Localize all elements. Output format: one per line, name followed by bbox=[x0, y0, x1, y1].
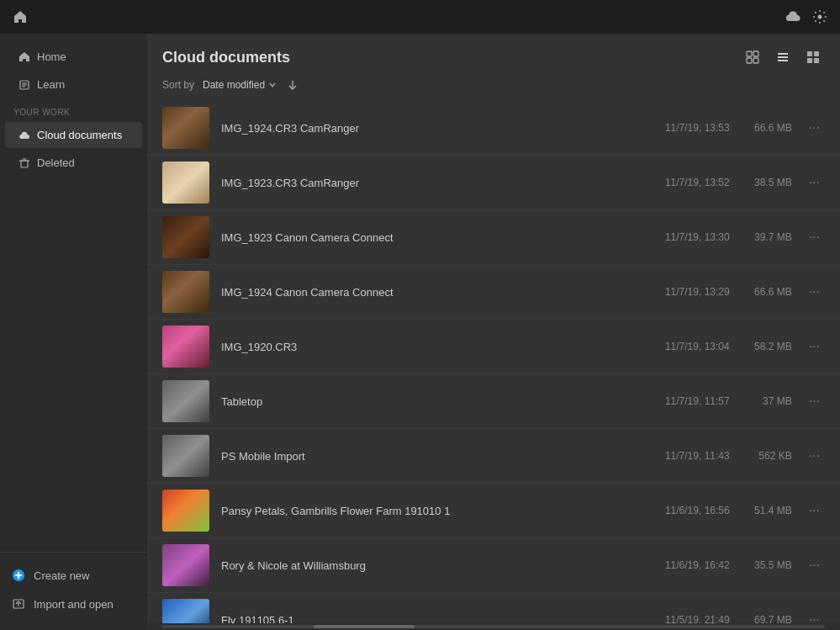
svg-rect-33 bbox=[162, 544, 209, 586]
settings-icon[interactable] bbox=[811, 8, 828, 25]
svg-rect-26 bbox=[162, 161, 209, 204]
svg-rect-34 bbox=[162, 599, 209, 623]
file-date: 11/7/19, 13:53 bbox=[654, 122, 730, 134]
thumbnail-image bbox=[162, 107, 209, 149]
svg-rect-13 bbox=[747, 51, 752, 56]
file-more-button[interactable]: ··· bbox=[804, 226, 825, 248]
file-date: 11/6/19, 16:56 bbox=[654, 505, 730, 516]
sort-direction-icon bbox=[287, 79, 298, 91]
deleted-icon bbox=[18, 157, 30, 169]
topbar-right bbox=[785, 8, 828, 25]
file-thumbnail bbox=[162, 161, 209, 204]
file-name: IMG_1920.CR3 bbox=[221, 341, 642, 353]
table-row[interactable]: IMG_1923 Canon Camera Connect 11/7/19, 1… bbox=[147, 210, 840, 265]
file-size: 69.7 MB bbox=[742, 614, 792, 623]
thumbnail-image bbox=[162, 326, 209, 368]
scrollbar-thumb[interactable] bbox=[314, 625, 415, 628]
svg-rect-29 bbox=[162, 326, 209, 368]
sidebar-item-home[interactable]: Home bbox=[5, 44, 142, 70]
sidebar-item-cloud-docs[interactable]: Cloud documents bbox=[5, 122, 142, 148]
thumbnail-image bbox=[162, 490, 209, 532]
file-date: 11/7/19, 13:29 bbox=[654, 286, 730, 298]
table-row[interactable]: Fly 191105 6-1 11/5/19, 21:49 69.7 MB ··… bbox=[147, 593, 840, 623]
content-area: Cloud documents bbox=[147, 34, 840, 630]
create-new-label: Create new bbox=[34, 569, 89, 582]
file-more-button[interactable]: ··· bbox=[804, 445, 825, 467]
file-size: 58.2 MB bbox=[742, 341, 792, 352]
file-size: 562 KB bbox=[742, 450, 792, 462]
topbar bbox=[0, 0, 840, 34]
svg-rect-32 bbox=[162, 490, 209, 532]
table-row[interactable]: IMG_1924 Canon Camera Connect 11/7/19, 1… bbox=[147, 265, 840, 320]
file-name: IMG_1923.CR3 CamRanger bbox=[221, 177, 642, 189]
sidebar-bottom: Create new Import and open bbox=[0, 552, 147, 630]
file-name: PS Mobile Import bbox=[221, 450, 642, 463]
content-header: Cloud documents bbox=[147, 34, 840, 77]
svg-rect-21 bbox=[814, 51, 819, 56]
sidebar-cloud-docs-label: Cloud documents bbox=[37, 129, 122, 141]
file-size: 35.5 MB bbox=[742, 559, 792, 571]
import-open-button[interactable]: Import and open bbox=[0, 590, 147, 618]
table-row[interactable]: IMG_1920.CR3 11/7/19, 13:04 58.2 MB ··· bbox=[147, 320, 840, 374]
thumbnail-image bbox=[162, 216, 209, 258]
learn-nav-icon bbox=[18, 79, 30, 91]
scrollbar-track[interactable] bbox=[162, 625, 825, 628]
file-thumbnail bbox=[162, 271, 209, 313]
sidebar-deleted-label: Deleted bbox=[37, 156, 75, 169]
home-icon[interactable] bbox=[12, 8, 29, 25]
create-new-icon bbox=[12, 569, 25, 582]
file-more-button[interactable]: ··· bbox=[804, 500, 825, 521]
file-thumbnail bbox=[162, 107, 209, 149]
file-name: IMG_1923 Canon Camera Connect bbox=[221, 231, 642, 244]
cloud-sync-icon[interactable] bbox=[785, 8, 801, 25]
list-view-icon bbox=[775, 50, 790, 65]
table-row[interactable]: Tabletop 11/7/19, 11:57 37 MB ··· bbox=[147, 374, 840, 429]
file-name: Rory & Nicole at Williamsburg bbox=[221, 559, 642, 572]
file-more-button[interactable]: ··· bbox=[804, 336, 825, 357]
select-all-button[interactable] bbox=[741, 45, 764, 69]
file-date: 11/7/19, 11:43 bbox=[654, 450, 730, 462]
table-row[interactable]: IMG_1923.CR3 CamRanger 11/7/19, 13:52 38… bbox=[147, 156, 840, 210]
thumbnail-image bbox=[162, 271, 209, 313]
file-more-button[interactable]: ··· bbox=[804, 390, 825, 412]
bottom-scrollbar[interactable] bbox=[147, 623, 840, 630]
file-list: IMG_1924.CR3 CamRanger 11/7/19, 13:53 66… bbox=[147, 101, 840, 623]
sort-direction-button[interactable] bbox=[285, 77, 300, 93]
sort-by-label: Sort by bbox=[162, 79, 194, 91]
select-all-icon bbox=[745, 50, 760, 65]
create-new-button[interactable]: Create new bbox=[0, 561, 147, 590]
file-more-button[interactable]: ··· bbox=[804, 172, 825, 193]
file-size: 39.7 MB bbox=[742, 231, 792, 243]
file-name: IMG_1924.CR3 CamRanger bbox=[221, 122, 642, 135]
import-open-label: Import and open bbox=[34, 598, 114, 611]
sidebar-item-learn[interactable]: Learn bbox=[5, 71, 142, 98]
file-name: IMG_1924 Canon Camera Connect bbox=[221, 286, 642, 299]
file-more-button[interactable]: ··· bbox=[804, 117, 825, 139]
file-thumbnail bbox=[162, 599, 209, 623]
table-row[interactable]: PS Mobile Import 11/7/19, 11:43 562 KB ·… bbox=[147, 429, 840, 484]
file-more-button[interactable]: ··· bbox=[804, 609, 825, 623]
table-row[interactable]: Pansy Petals, Gambrills Flower Farm 1910… bbox=[147, 484, 840, 538]
sidebar-home-label: Home bbox=[37, 50, 66, 63]
svg-rect-14 bbox=[753, 51, 758, 56]
file-more-button[interactable]: ··· bbox=[804, 554, 825, 576]
table-row[interactable]: Rory & Nicole at Williamsburg 11/6/19, 1… bbox=[147, 538, 840, 593]
table-row[interactable]: IMG_1924.CR3 CamRanger 11/7/19, 13:53 66… bbox=[147, 101, 840, 156]
home-nav-icon bbox=[18, 51, 30, 63]
file-more-button[interactable]: ··· bbox=[804, 281, 825, 303]
svg-point-0 bbox=[818, 15, 822, 19]
file-thumbnail bbox=[162, 216, 209, 258]
sort-field-button[interactable]: Date modified bbox=[199, 77, 280, 93]
thumbnail-image bbox=[162, 161, 209, 204]
list-view-button[interactable] bbox=[771, 45, 795, 69]
topbar-left bbox=[12, 8, 29, 25]
cloud-docs-icon bbox=[18, 130, 30, 141]
file-thumbnail bbox=[162, 326, 209, 368]
file-date: 11/7/19, 11:57 bbox=[654, 395, 730, 407]
grid-view-button[interactable] bbox=[801, 45, 825, 69]
svg-rect-15 bbox=[747, 58, 752, 63]
file-name: Fly 191105 6-1 bbox=[221, 614, 642, 624]
sidebar-item-deleted[interactable]: Deleted bbox=[5, 150, 142, 176]
file-date: 11/7/19, 13:52 bbox=[654, 177, 730, 188]
svg-rect-22 bbox=[807, 58, 812, 63]
